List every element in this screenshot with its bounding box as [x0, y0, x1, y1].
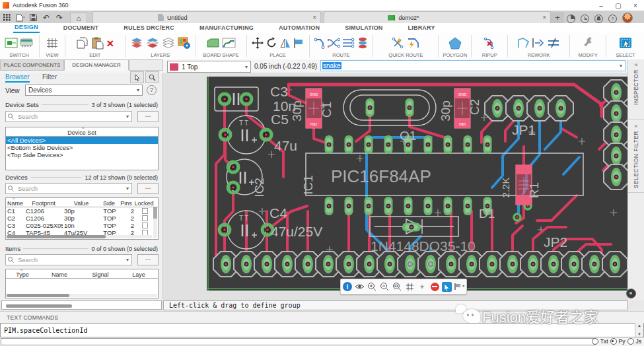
- search-dropdown-arrow-icon[interactable]: ▾: [126, 257, 131, 263]
- grid-icon[interactable]: [404, 281, 415, 292]
- select-tool-button[interactable]: [130, 71, 144, 83]
- inspector-panel-collapsed[interactable]: « INSPECTOR: [628, 61, 644, 120]
- history-icon[interactable]: [581, 15, 589, 23]
- locked-checkbox[interactable]: [142, 223, 148, 228]
- pcb-canvas[interactable]: GND N$2 GND N$3 C3 1: [207, 77, 627, 291]
- scroll-down-icon[interactable]: ▼: [637, 332, 641, 336]
- radio-txt[interactable]: [592, 338, 598, 345]
- device-sets-more-menu-button[interactable]: ⋯: [137, 111, 159, 122]
- devices-more-menu-button[interactable]: ⋯: [137, 183, 159, 194]
- stop-restrict-icon[interactable]: [431, 283, 439, 291]
- new-document-icon[interactable]: [13, 12, 26, 23]
- toolbar-group-rework[interactable]: REWORK: [509, 33, 569, 59]
- close-button[interactable]: ×: [627, 2, 644, 9]
- menu-design[interactable]: DESIGN: [13, 23, 40, 34]
- toolbar-group-select[interactable]: SELECT: [607, 33, 644, 59]
- menu-library[interactable]: LIBRARY: [407, 24, 437, 32]
- redo-icon[interactable]: ↷: [53, 12, 66, 23]
- zoom-tool-button[interactable]: [145, 71, 159, 83]
- visibility-eye-icon[interactable]: [354, 281, 365, 292]
- toolbar-group-layers[interactable]: LAYERS: [126, 33, 195, 59]
- tab-demo2[interactable]: demo2* ×: [324, 11, 551, 23]
- items-more-menu-button[interactable]: ⋯: [137, 254, 159, 265]
- device-row-c2[interactable]: C2C120630pTOP2: [6, 215, 158, 222]
- layer-dropdown[interactable]: 1 Top ▾: [167, 61, 251, 73]
- home-icon[interactable]: ⌂: [70, 13, 87, 23]
- menu-automation[interactable]: AUTOMATION: [277, 24, 321, 32]
- command-input[interactable]: [1, 338, 595, 345]
- locked-checkbox[interactable]: [142, 208, 148, 214]
- tab-browser[interactable]: Browser: [5, 73, 30, 83]
- devices-table[interactable]: ^ Name Footprint Value Side Pins Locked …: [5, 197, 159, 240]
- device-row-c1[interactable]: C1C120630pTOP2: [6, 207, 158, 215]
- menu-simulation[interactable]: SIMULATION: [343, 24, 384, 32]
- help-icon[interactable]: ?: [608, 15, 617, 23]
- selection-filter-panel-collapsed[interactable]: « SELECTION FILTER: [628, 123, 644, 193]
- job-status-icon[interactable]: [567, 15, 575, 23]
- command-dropdown-arrow-icon[interactable]: ▾: [620, 63, 625, 69]
- toolbar-group-place[interactable]: PLACE: [248, 33, 308, 59]
- devices-search[interactable]: ▾: [5, 183, 132, 194]
- zoom-in-icon[interactable]: [367, 281, 377, 292]
- notifications-bell-icon[interactable]: [594, 15, 603, 23]
- panel-hscrollbar[interactable]: [6, 304, 72, 308]
- radio-py[interactable]: [610, 338, 617, 345]
- zoom-out-icon[interactable]: [379, 281, 390, 292]
- locked-checkbox[interactable]: [142, 215, 148, 221]
- menu-rules[interactable]: RULES DRC/ERC: [122, 24, 176, 32]
- device-set-row-all[interactable]: <All Devices>: [6, 137, 158, 144]
- undo-icon[interactable]: ↶: [40, 12, 53, 23]
- toolbar-group-ripup[interactable]: RIPUP: [472, 33, 507, 59]
- device-sets-search-input[interactable]: [17, 112, 126, 121]
- command-output[interactable]: PIM.spaceCollectionId: [0, 323, 644, 337]
- items-search-input[interactable]: [17, 256, 126, 264]
- zoom-fit-icon[interactable]: [392, 281, 402, 292]
- devices-hscrollbar[interactable]: [7, 235, 152, 238]
- app-grid-icon[interactable]: [0, 12, 13, 23]
- minimize-button[interactable]: –: [592, 2, 610, 9]
- toolbar-group-quick-route[interactable]: QUICK ROUTE: [374, 33, 437, 59]
- toolbar-group-edit[interactable]: × EDIT: [66, 33, 124, 59]
- items-search[interactable]: ▾: [5, 254, 132, 265]
- toolbar-group-modify[interactable]: MODIFY: [571, 33, 605, 59]
- tab-place-components[interactable]: PLACE COMPONENTS: [0, 59, 64, 71]
- tab-untitled[interactable]: Untitled ×: [92, 11, 321, 23]
- menu-manufacturing[interactable]: MANUFACTURING: [198, 24, 255, 32]
- toolbar-group-board-shape[interactable]: BOARD SHAPE: [197, 33, 246, 59]
- devices-search-input[interactable]: [17, 184, 126, 193]
- panel-bottom-scroll-area[interactable]: [1, 300, 162, 310]
- route-flag-icon[interactable]: [454, 281, 464, 292]
- toolbar-group-view[interactable]: VIEW: [40, 33, 64, 59]
- user-avatar[interactable]: [622, 13, 633, 23]
- items-table[interactable]: ^ Type Name Signal Laye: [5, 269, 159, 298]
- toolbar-group-route[interactable]: ROUTE: [310, 33, 373, 59]
- search-dropdown-arrow-icon[interactable]: ▾: [126, 114, 131, 120]
- text-commands-header[interactable]: TEXT COMMANDS: [0, 311, 644, 323]
- navigation-bubble-button[interactable]: [626, 289, 636, 298]
- toolbar-group-switch[interactable]: SWITCH: [0, 33, 38, 59]
- device-set-row-top[interactable]: <Top Side Devices>: [6, 151, 158, 158]
- device-set-row-bottom[interactable]: <Bottom Side Devices>: [6, 144, 158, 151]
- items-hscrollbar[interactable]: [7, 294, 157, 297]
- toolbar-group-polygon[interactable]: POLYGON: [439, 33, 470, 59]
- view-dropdown[interactable]: Devices ▾: [25, 85, 143, 96]
- select-mode-icon[interactable]: [442, 282, 452, 292]
- maximize-button[interactable]: ▢: [610, 2, 627, 9]
- tab-design-manager[interactable]: DESIGN MANAGER: [64, 59, 129, 71]
- view-help-icon[interactable]: ?: [147, 85, 157, 95]
- tab-demo2-close-icon[interactable]: ×: [538, 14, 546, 21]
- device-row-c3[interactable]: C3C025-025X05010nTOP2: [6, 222, 158, 229]
- scroll-up-icon[interactable]: ▲: [637, 324, 641, 328]
- devices-vscrollbar[interactable]: [153, 207, 157, 238]
- menu-document[interactable]: DOCUMENT: [62, 24, 100, 32]
- search-dropdown-arrow-icon[interactable]: ▾: [126, 186, 131, 191]
- tab-untitled-close-icon[interactable]: ×: [308, 14, 316, 21]
- info-icon[interactable]: i: [343, 282, 352, 291]
- output-scrollbar[interactable]: ▲▼: [635, 323, 643, 337]
- radio-js[interactable]: [627, 338, 634, 345]
- command-combobox[interactable]: snake ▾: [320, 60, 626, 71]
- device-sets-table[interactable]: ^ Device Set <All Devices> <Bottom Side …: [5, 127, 159, 170]
- tab-filter[interactable]: Filter: [42, 73, 57, 81]
- new-tab-button[interactable]: +: [551, 12, 564, 23]
- crosshair-icon[interactable]: +: [417, 281, 427, 292]
